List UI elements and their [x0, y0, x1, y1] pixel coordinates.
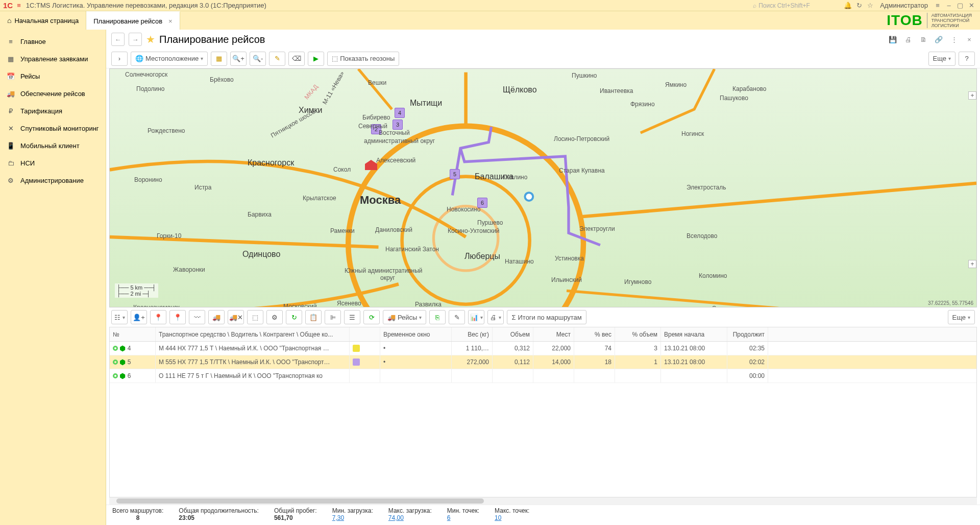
- link-icon[interactable]: 🔗: [933, 34, 944, 45]
- favorite-star-icon[interactable]: ★: [146, 33, 155, 45]
- app-logo: 1C: [3, 1, 13, 10]
- zoom-in-button[interactable]: 🔍+: [230, 52, 247, 66]
- grid-more-button[interactable]: Еще▾: [948, 310, 975, 324]
- tab-close-icon[interactable]: ×: [168, 17, 173, 25]
- col-pct-weight[interactable]: % вес: [574, 327, 615, 341]
- align-button[interactable]: ⊫: [325, 310, 341, 324]
- tab-home[interactable]: ⌂ Начальная страница: [0, 11, 86, 30]
- sidebar-item-3[interactable]: 🚚Обеспечение рейсов: [0, 85, 106, 102]
- history-icon[interactable]: ↻: [853, 1, 865, 11]
- more-button[interactable]: Еще▾: [928, 52, 955, 66]
- sidebar-item-1[interactable]: ▦Управление заявками: [0, 50, 106, 67]
- horizontal-scrollbar[interactable]: [109, 497, 977, 505]
- pin-red-button[interactable]: 📍: [150, 310, 166, 324]
- route-marker-5[interactable]: 5: [450, 169, 460, 179]
- col-volume[interactable]: Объем: [493, 327, 533, 341]
- erase-button[interactable]: ⌫: [288, 52, 305, 66]
- table-row[interactable]: ⬢ 5М 555 НХ 777 1,5 Т/ТТК \ Наемный И.К.…: [110, 355, 976, 369]
- wave-button[interactable]: 〰: [189, 310, 205, 324]
- expand-button[interactable]: ›: [111, 52, 128, 66]
- col-places[interactable]: Мест: [533, 327, 574, 341]
- col-vehicle[interactable]: Транспортное средство \ Водитель \ Контр…: [156, 327, 350, 341]
- sidebar-item-4[interactable]: ₽Тарификация: [0, 102, 106, 120]
- nav-forward-button[interactable]: →: [129, 33, 142, 46]
- kebab-icon[interactable]: ⋮: [948, 34, 960, 45]
- status-icon: [113, 346, 118, 351]
- map-label: Бибирево: [362, 114, 390, 121]
- min-pts-link[interactable]: 6: [447, 514, 479, 521]
- sidebar-item-0[interactable]: ≡Главное: [0, 33, 106, 50]
- sidebar-item-6[interactable]: 📱Мобильный клиент: [0, 137, 106, 154]
- truck-button[interactable]: 🚚: [208, 310, 225, 324]
- col-window[interactable]: Временное окно: [380, 327, 452, 341]
- map-style-button[interactable]: ▦: [211, 52, 227, 66]
- refresh-button[interactable]: ⟳: [363, 310, 380, 324]
- col-no[interactable]: №: [110, 327, 156, 341]
- location-button[interactable]: 🌐 Местоположение ▾: [131, 52, 208, 66]
- col-weight[interactable]: Вес (кг): [452, 327, 493, 341]
- sidebar-item-2[interactable]: 📅Рейсы: [0, 67, 106, 85]
- tab-planning[interactable]: Планирование рейсов ×: [86, 11, 180, 30]
- selection-button[interactable]: ⬚: [247, 310, 263, 324]
- caret-down-icon[interactable]: ≡: [932, 1, 943, 11]
- route-marker-3[interactable]: 3: [393, 120, 403, 130]
- star-icon[interactable]: ☆: [865, 1, 876, 11]
- col-pct-volume[interactable]: % объем: [615, 327, 661, 341]
- list-button[interactable]: 📋: [305, 310, 322, 324]
- sidebar-item-7[interactable]: 🗀НСИ: [0, 154, 106, 172]
- close-icon[interactable]: ✕: [966, 1, 977, 11]
- map-label: Ивантеевка: [600, 87, 633, 94]
- play-button[interactable]: ▶: [308, 52, 324, 66]
- bell-icon[interactable]: 🔔: [842, 1, 853, 11]
- maximize-icon[interactable]: ▢: [954, 1, 966, 11]
- map-view[interactable]: Москва Мытищи Химки Щёлково Балашиха Люб…: [109, 68, 977, 307]
- min-load-link[interactable]: 7,30: [332, 514, 373, 521]
- map-label: Московский: [283, 303, 317, 307]
- map-label: Солнечногорск: [125, 71, 167, 78]
- excel-button[interactable]: 📊▾: [468, 310, 484, 324]
- zoom-out-button[interactable]: 🔍-: [250, 52, 266, 66]
- col-color[interactable]: [350, 327, 380, 341]
- svg-point-3: [525, 193, 533, 201]
- max-pts-link[interactable]: 10: [495, 514, 529, 521]
- draw-button[interactable]: ✎: [269, 52, 285, 66]
- edit-button[interactable]: ✎: [449, 310, 465, 324]
- route-marker-6[interactable]: 6: [477, 198, 487, 208]
- settings-gear-button[interactable]: ⚙: [266, 310, 283, 324]
- save-icon[interactable]: 💾: [887, 34, 898, 45]
- refresh-green-button[interactable]: ↻: [286, 310, 302, 324]
- grid-header: № Транспортное средство \ Водитель \ Кон…: [110, 327, 976, 342]
- map-expand-bottom[interactable]: +: [968, 260, 976, 268]
- print-grid-button[interactable]: 🖨▾: [487, 310, 504, 324]
- document-icon[interactable]: 🗎: [918, 34, 929, 45]
- close-page-icon[interactable]: ×: [964, 34, 975, 45]
- col-duration[interactable]: Продолжит: [727, 327, 768, 341]
- map-city-krasnogorsk: Красногорск: [248, 158, 294, 168]
- truck-cancel-button[interactable]: 🚚✕: [228, 310, 244, 324]
- geozones-button[interactable]: ⬚ Показать геозоны: [327, 52, 399, 66]
- col-start[interactable]: Время начала: [661, 327, 727, 341]
- sidebar-item-5[interactable]: ✕Спутниковый мониторинг: [0, 120, 106, 137]
- table-row[interactable]: ⬢ 6О 111 НЕ 77 5 т Г \ Наемный И К \ ООО…: [110, 369, 976, 383]
- map-city-shelkovo: Щёлково: [503, 85, 537, 94]
- help-button[interactable]: ?: [959, 52, 975, 66]
- export-button[interactable]: ⎘: [429, 310, 446, 324]
- minimize-icon[interactable]: –: [943, 1, 954, 11]
- global-search[interactable]: ⌕ Поиск Ctrl+Shift+F: [750, 1, 842, 10]
- pin-green-button[interactable]: 📍: [169, 310, 186, 324]
- route-marker-4[interactable]: 4: [395, 108, 405, 118]
- columns-button[interactable]: ☰: [344, 310, 360, 324]
- routes-button[interactable]: 🚚 Рейсы▾: [383, 310, 426, 324]
- hamburger-icon[interactable]: ≡: [17, 2, 21, 9]
- totals-button[interactable]: Σ Итоги по маршрутам: [507, 310, 586, 324]
- sidebar-item-8[interactable]: ⚙Администрирование: [0, 172, 106, 189]
- print-icon[interactable]: 🖨: [902, 34, 914, 45]
- add-person-button[interactable]: 👤+: [131, 310, 147, 324]
- max-load-link[interactable]: 74,00: [388, 514, 432, 521]
- nav-back-button[interactable]: ←: [111, 33, 125, 46]
- truck-icon: 🚚: [387, 314, 396, 321]
- table-row[interactable]: ⬢ 4М 444 НХ 777 1,5 Т \ Наемный И.К. \ О…: [110, 342, 976, 355]
- user-label[interactable]: Администратор: [880, 2, 928, 9]
- tree-button[interactable]: ☷▾: [111, 310, 128, 324]
- map-expand-top[interactable]: +: [968, 91, 976, 100]
